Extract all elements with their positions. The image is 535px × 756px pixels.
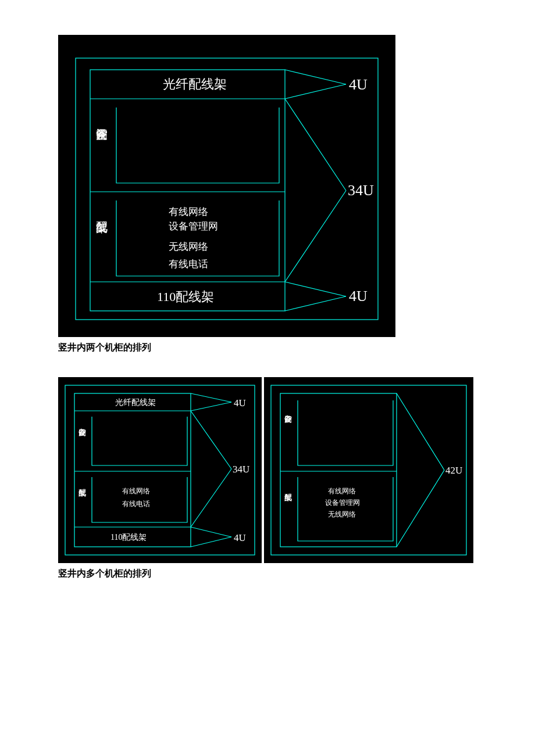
u-top: 4U [349,76,368,93]
u-mid: 34U [348,182,374,199]
mid-line-0: 有线网络 [169,206,208,217]
left-line-0: 有线网络 [122,487,150,495]
top-section-label: 光纤配线架 [163,77,227,91]
left-mid-bottom: 配线架 [79,489,87,497]
svg-line-8 [285,191,346,282]
right-line-2: 无线网络 [328,510,356,518]
left-u-mid: 34U [233,464,249,475]
left-mid-top: 设备空间 [79,428,87,436]
mid-line-1: 设备管理网 [169,221,218,232]
svg-rect-22 [271,385,466,555]
rack-left: 光纤配线架 110配线架 设备空间 配线架 有线网络 有线电话 4U 34U 4… [58,377,262,563]
svg-rect-0 [76,58,378,320]
svg-line-18 [191,411,231,469]
svg-line-6 [285,84,346,99]
left-top-label: 光纤配线架 [115,398,156,407]
svg-line-21 [191,537,231,547]
svg-line-10 [285,296,346,311]
right-line-0: 有线网络 [328,487,356,495]
svg-line-25 [397,393,444,470]
svg-rect-12 [74,393,191,547]
left-u-bottom: 4U [234,532,246,543]
svg-line-26 [397,470,444,547]
svg-line-7 [285,99,346,191]
mid-left-bottom-label: 配线架 [95,221,107,234]
left-line-1: 有线电话 [122,500,150,508]
rack-right: 设备空间 配线架 有线网络 设备管理网 无线网络 42U [264,377,473,563]
svg-line-5 [285,70,346,84]
right-mid-top: 设备空间 [285,415,293,423]
svg-line-9 [285,282,346,296]
right-u-all: 42U [445,465,462,476]
mid-line-2: 无线网络 [169,241,208,252]
svg-line-17 [191,402,231,411]
bottom-section-label: 110配线架 [157,289,214,304]
u-bottom: 4U [349,288,368,304]
svg-line-19 [191,469,231,527]
diagram-two-racks: 光纤配线架 110配线架 设备空间 配线架 有线网络 设备管理网 无线网络 有线… [58,35,395,337]
svg-line-16 [191,393,231,402]
svg-rect-1 [90,70,285,311]
svg-line-20 [191,527,231,537]
right-mid-bottom: 配线架 [285,493,293,501]
mid-line-3: 有线电话 [169,259,208,270]
mid-left-top-label: 设备空间 [95,128,107,140]
caption-2: 竖井内多个机柜的排列 [58,568,477,580]
caption-1: 竖井内两个机柜的排列 [58,342,477,354]
right-line-1: 设备管理网 [325,499,360,507]
left-bottom-label: 110配线架 [110,533,147,542]
diagram-multi-racks: 光纤配线架 110配线架 设备空间 配线架 有线网络 有线电话 4U 34U 4… [58,377,477,563]
left-u-top: 4U [234,397,246,409]
